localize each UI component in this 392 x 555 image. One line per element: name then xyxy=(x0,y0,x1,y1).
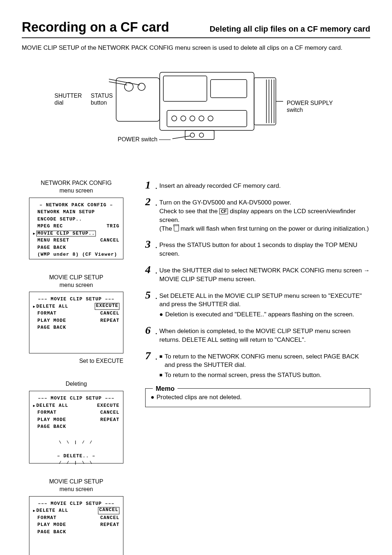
step-3: 3. Press the STATUS button for about 1 s… xyxy=(145,239,370,258)
step-7: 7. ■To return to the NETWORK CONFIG menu… xyxy=(145,350,370,381)
movie-clip-setup-menu-1: ––– MOVIE CLIP SETUP ––– DELETE ALLEXECU… xyxy=(29,292,123,353)
movie-clip-setup-menu-3: ––– MOVIE CLIP SETUP ––– DELETE ALLCANCE… xyxy=(29,496,123,555)
step-6: 6. When deletion is completed, to the MO… xyxy=(145,325,370,344)
step-2: 2. Turn on the GY-DV5000 and KA-DV5000 p… xyxy=(145,196,370,233)
network-pack-config-menu: – NETWORK PACK CONFIG – NETWORK MAIN SET… xyxy=(29,198,123,259)
npc-caption: NETWORK PACK CONFIGmenu screen xyxy=(22,179,131,195)
svg-point-12 xyxy=(208,116,213,121)
camera-diagram: SHUTTERdial STATUSbutton POWER switch ——… xyxy=(54,67,338,161)
svg-point-9 xyxy=(181,116,186,121)
right-column: 1. Insert an already recorded CF memory … xyxy=(145,179,370,555)
step-1: 1. Insert an already recorded CF memory … xyxy=(145,179,370,190)
svg-rect-13 xyxy=(185,130,214,139)
svg-line-23 xyxy=(172,136,191,139)
set-execute-label: Set to EXECUTE xyxy=(22,357,123,365)
svg-rect-3 xyxy=(163,76,207,101)
label-shutter-dial: SHUTTERdial xyxy=(54,92,87,106)
svg-point-15 xyxy=(199,133,204,137)
cf-icon: CF xyxy=(219,208,228,214)
deleting-caption: Deleting xyxy=(22,380,131,388)
step-5: 5. Set DELETE ALL in the MOVIE CLIP SETU… xyxy=(145,289,370,319)
page-header: Recording on a CF card Deleting all clip… xyxy=(22,18,370,38)
svg-rect-2 xyxy=(254,78,276,125)
left-column: NETWORK PACK CONFIGmenu screen – NETWORK… xyxy=(22,179,131,555)
memory-card-icon xyxy=(174,226,179,231)
svg-point-14 xyxy=(190,133,195,137)
mcs-caption-1: MOVIE CLIP SETUPmenu screen xyxy=(22,274,131,289)
memo-text: Protected clips are not deleted. xyxy=(156,393,241,402)
steps-list: 1. Insert an already recorded CF memory … xyxy=(145,179,370,381)
label-power-supply: POWER SUPPLYswitch xyxy=(287,100,334,113)
svg-rect-4 xyxy=(211,80,247,98)
camera-icon xyxy=(109,67,283,143)
svg-point-10 xyxy=(190,116,195,121)
svg-point-8 xyxy=(172,116,177,121)
movie-clip-setup-menu-deleting: ––– MOVIE CLIP SETUP ––– DELETE ALLEXECU… xyxy=(29,391,123,463)
svg-rect-7 xyxy=(167,110,247,127)
memo-box: Memo ●Protected clips are not deleted. xyxy=(145,388,370,407)
step-4: 4. Use the SHUTTER dial to select NETWOR… xyxy=(145,264,370,284)
page-title: Recording on a CF card xyxy=(22,18,169,36)
svg-line-21 xyxy=(109,78,140,85)
intro-text: MOVIE CLIP SETUP of the NETWORK PACK CON… xyxy=(22,44,370,52)
svg-point-6 xyxy=(138,83,145,90)
memo-title: Memo xyxy=(153,384,177,393)
mcs-caption-2: MOVIE CLIP SETUPmenu screen xyxy=(22,478,131,493)
svg-line-20 xyxy=(109,78,127,85)
page-subtitle: Deleting all clip files on a CF memory c… xyxy=(209,24,370,35)
svg-point-11 xyxy=(199,116,204,121)
